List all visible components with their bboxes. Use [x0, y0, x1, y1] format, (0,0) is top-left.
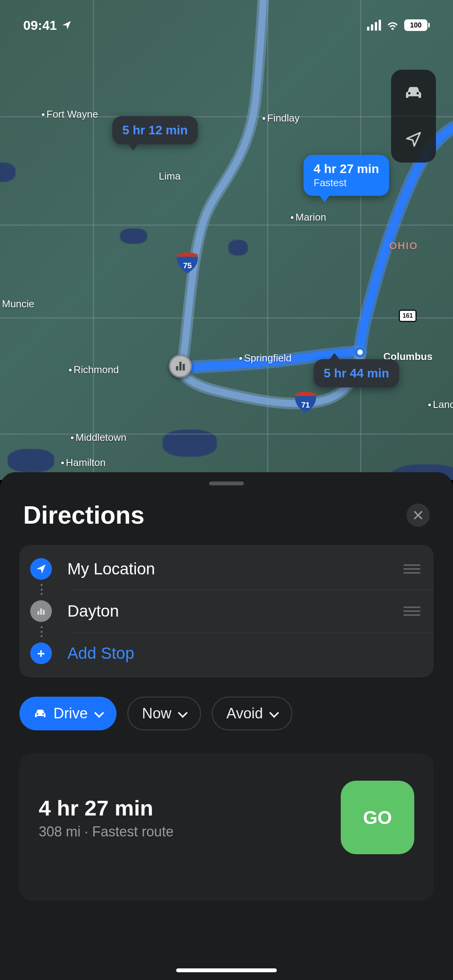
city-label-middletown: Middletown	[76, 432, 127, 444]
locate-me-button[interactable]	[391, 116, 436, 163]
close-icon	[412, 509, 424, 521]
when-chip[interactable]: Now	[127, 697, 201, 730]
mode-chip[interactable]: Drive	[19, 697, 117, 730]
route-duration: 4 hr 27 min	[39, 795, 173, 821]
stop-from-row[interactable]: My Location	[19, 548, 434, 590]
route-info: 4 hr 27 min 308 mi · Fastest route	[39, 795, 173, 840]
chevron-down-icon	[178, 708, 187, 718]
map-view[interactable]: Fort Wayne Findlay Lima Muncie Richmond …	[0, 0, 453, 480]
route-callout-alt-1[interactable]: 5 hr 12 min	[112, 116, 198, 144]
route-callout-alt-2[interactable]: 5 hr 44 min	[314, 359, 399, 387]
chevron-down-icon	[94, 708, 104, 718]
route-callout-fastest[interactable]: 4 hr 27 min Fastest	[304, 155, 389, 196]
interstate-shield-71: 71	[294, 391, 317, 413]
route-meta: 308 mi · Fastest route	[39, 824, 173, 840]
city-label-springfield: Springfield	[244, 352, 292, 364]
city-label-hamilton: Hamilton	[66, 457, 106, 469]
city-label-richmond: Richmond	[74, 364, 119, 376]
city-label-muncie: Muncie	[2, 298, 34, 310]
stop-to-label: Dayton	[67, 602, 403, 620]
sheet-header: Directions	[0, 501, 453, 545]
route-shield-161: 161	[399, 310, 417, 322]
battery-level: 100	[410, 21, 422, 29]
directions-sheet[interactable]: Directions My Location Dayton + Add Stop	[0, 472, 453, 980]
stop-from-label: My Location	[67, 560, 403, 578]
reorder-handle[interactable]	[403, 607, 423, 616]
city-label-lima: Lima	[159, 170, 180, 182]
avoid-label: Avoid	[226, 705, 263, 722]
plus-icon: +	[30, 642, 52, 664]
city-label-marion: Marion	[295, 211, 326, 223]
battery-icon: 100	[404, 19, 430, 31]
route-overlay	[0, 0, 453, 480]
mode-label: Drive	[53, 705, 88, 722]
home-indicator[interactable]	[176, 968, 277, 972]
stops-card: My Location Dayton + Add Stop	[19, 545, 434, 677]
avoid-chip[interactable]: Avoid	[212, 697, 292, 730]
close-button[interactable]	[407, 504, 430, 527]
when-label: Now	[142, 705, 172, 722]
status-bar: 09:41 100	[0, 0, 453, 50]
city-label-findlay: Findlay	[267, 112, 300, 124]
city-icon	[30, 600, 52, 622]
options-chips: Drive Now Avoid	[0, 677, 453, 730]
stop-to-row[interactable]: Dayton	[19, 590, 434, 632]
chevron-down-icon	[269, 708, 279, 718]
state-label-ohio: OHIO	[389, 240, 418, 252]
location-arrow-icon	[405, 130, 422, 148]
sheet-title: Directions	[23, 501, 144, 529]
map-start-marker	[355, 348, 365, 357]
map-controls	[391, 70, 436, 163]
wifi-icon	[386, 21, 399, 30]
status-left: 09:41	[23, 18, 72, 33]
map-mode-button[interactable]	[391, 70, 436, 116]
go-button[interactable]: GO	[341, 781, 414, 854]
add-stop-label: Add Stop	[67, 644, 423, 663]
cellular-icon	[367, 20, 381, 31]
location-services-icon	[62, 20, 72, 30]
add-stop-row[interactable]: + Add Stop	[19, 632, 434, 674]
status-right: 100	[367, 19, 430, 31]
city-label-lancaster: Lanc	[433, 399, 453, 411]
car-icon	[403, 83, 424, 103]
location-icon	[30, 558, 52, 580]
map-destination-pin[interactable]	[169, 355, 192, 378]
interstate-shield-75: 75	[176, 252, 199, 274]
status-time: 09:41	[23, 18, 57, 33]
route-card[interactable]: 4 hr 27 min 308 mi · Fastest route GO	[19, 754, 434, 901]
car-icon	[33, 707, 47, 721]
city-label-fort-wayne: Fort Wayne	[46, 108, 98, 120]
sheet-grabber[interactable]	[209, 481, 244, 485]
reorder-handle[interactable]	[403, 564, 423, 574]
